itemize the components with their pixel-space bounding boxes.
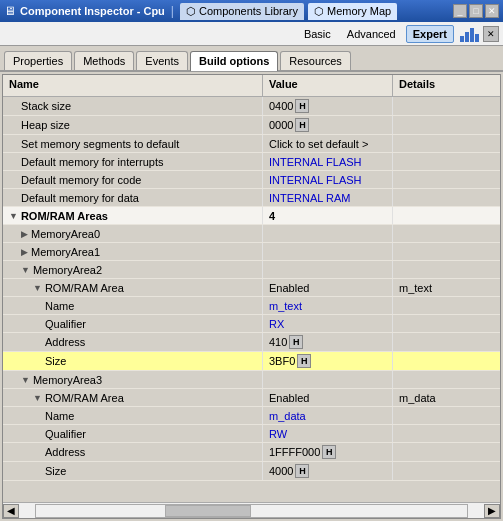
section-memory-area0[interactable]: ▶ MemoryArea0 xyxy=(3,225,500,243)
app-icon: 🖥 xyxy=(4,4,16,18)
value-cell: 0000 H xyxy=(263,116,393,134)
name-cell[interactable]: ▶ MemoryArea1 xyxy=(3,243,263,260)
tab-resources[interactable]: Resources xyxy=(280,51,351,70)
collapse-icon: ▶ xyxy=(21,229,28,239)
tab-build-options[interactable]: Build options xyxy=(190,51,278,71)
window-title: Component Inspector - Cpu xyxy=(20,5,165,17)
name-cell[interactable]: ▼ ROM/RAM Area xyxy=(3,389,263,406)
value-cell: 410 H xyxy=(263,333,393,351)
details-cell xyxy=(393,153,500,170)
details-cell xyxy=(393,407,500,424)
h-button[interactable]: H xyxy=(295,99,309,113)
value-cell: m_data xyxy=(263,407,393,424)
name-cell: Size xyxy=(3,462,263,480)
section-rom-ram-areas[interactable]: ▼ ROM/RAM Areas 4 xyxy=(3,207,500,225)
table-row: Qualifier RW xyxy=(3,425,500,443)
value-cell[interactable]: Click to set default > xyxy=(263,135,393,152)
toolbar: Basic Advanced Expert ✕ xyxy=(0,22,503,46)
table-row: Name m_text xyxy=(3,297,500,315)
tab-properties[interactable]: Properties xyxy=(4,51,72,70)
table-row: Size 4000 H xyxy=(3,462,500,481)
content-area: Name Value Details Stack size 0400 H Hea… xyxy=(2,74,501,519)
advanced-button[interactable]: Advanced xyxy=(341,26,402,42)
h-button[interactable]: H xyxy=(295,464,309,478)
value-cell: INTERNAL RAM xyxy=(263,189,393,206)
expert-button[interactable]: Expert xyxy=(406,25,454,43)
name-cell[interactable]: ▼ MemoryArea2 xyxy=(3,261,263,278)
value-cell: 0400 H xyxy=(263,97,393,115)
tab-methods[interactable]: Methods xyxy=(74,51,134,70)
value-cell: INTERNAL FLASH xyxy=(263,171,393,188)
table-row: Default memory for code INTERNAL FLASH xyxy=(3,171,500,189)
value-cell: RX xyxy=(263,315,393,332)
details-cell xyxy=(393,443,500,461)
collapse-icon: ▼ xyxy=(33,393,42,403)
maximize-button[interactable]: □ xyxy=(469,4,483,18)
horizontal-scrollbar[interactable]: ◀ ▶ xyxy=(3,502,500,518)
section-memory-area1[interactable]: ▶ MemoryArea1 xyxy=(3,243,500,261)
value-cell xyxy=(263,225,393,242)
components-library-tab[interactable]: ⬡ Components Library xyxy=(180,3,304,20)
collapse-icon: ▼ xyxy=(9,211,18,221)
value-cell: m_text xyxy=(263,297,393,314)
name-cell: Qualifier xyxy=(3,425,263,442)
name-cell: Size xyxy=(3,352,263,370)
value-cell: RW xyxy=(263,425,393,442)
scroll-right-button[interactable]: ▶ xyxy=(484,504,500,518)
components-library-label: Components Library xyxy=(199,5,298,17)
table-header: Name Value Details xyxy=(3,75,500,97)
toolbar-close-button[interactable]: ✕ xyxy=(483,26,499,42)
name-cell[interactable]: ▼ ROM/RAM Area xyxy=(3,279,263,296)
minimize-button[interactable]: _ xyxy=(453,4,467,18)
name-cell: Address xyxy=(3,443,263,461)
name-cell: Stack size xyxy=(3,97,263,115)
section-rom-ram-area-2[interactable]: ▼ ROM/RAM Area Enabled m_text xyxy=(3,279,500,297)
scroll-track[interactable] xyxy=(35,504,468,518)
name-cell: Address xyxy=(3,333,263,351)
details-cell xyxy=(393,352,500,370)
h-button[interactable]: H xyxy=(289,335,303,349)
details-cell xyxy=(393,315,500,332)
section-memory-area2[interactable]: ▼ MemoryArea2 xyxy=(3,261,500,279)
details-cell xyxy=(393,297,500,314)
collapse-icon: ▼ xyxy=(33,283,42,293)
chart-icon[interactable] xyxy=(460,26,479,42)
header-value: Value xyxy=(263,75,393,96)
value-cell: Enabled xyxy=(263,389,393,406)
name-cell[interactable]: ▶ MemoryArea0 xyxy=(3,225,263,242)
name-cell: Name xyxy=(3,297,263,314)
table-row: Address 1FFFF000 H xyxy=(3,443,500,462)
scroll-thumb[interactable] xyxy=(165,505,251,517)
scroll-left-button[interactable]: ◀ xyxy=(3,504,19,518)
h-button[interactable]: H xyxy=(295,118,309,132)
details-cell xyxy=(393,189,500,206)
details-cell xyxy=(393,462,500,480)
collapse-icon: ▶ xyxy=(21,247,28,257)
tab-events[interactable]: Events xyxy=(136,51,188,70)
h-button[interactable]: H xyxy=(297,354,311,368)
section-memory-area3[interactable]: ▼ MemoryArea3 xyxy=(3,371,500,389)
basic-button[interactable]: Basic xyxy=(298,26,337,42)
tab-row: Properties Methods Events Build options … xyxy=(0,46,503,72)
value-cell: 4000 H xyxy=(263,462,393,480)
details-cell xyxy=(393,425,500,442)
memory-map-tab[interactable]: ⬡ Memory Map xyxy=(308,3,397,20)
section-rom-ram-area-3[interactable]: ▼ ROM/RAM Area Enabled m_data xyxy=(3,389,500,407)
table-body[interactable]: Stack size 0400 H Heap size 0000 H Set m… xyxy=(3,97,500,502)
details-cell xyxy=(393,243,500,260)
name-cell: Set memory segments to default xyxy=(3,135,263,152)
h-button[interactable]: H xyxy=(322,445,336,459)
name-cell: Heap size xyxy=(3,116,263,134)
memory-map-label: Memory Map xyxy=(327,5,391,17)
collapse-icon: ▼ xyxy=(21,375,30,385)
close-button[interactable]: ✕ xyxy=(485,4,499,18)
name-cell: Name xyxy=(3,407,263,424)
value-cell: 1FFFF000 H xyxy=(263,443,393,461)
details-cell xyxy=(393,171,500,188)
details-cell xyxy=(393,225,500,242)
name-cell[interactable]: ▼ MemoryArea3 xyxy=(3,371,263,388)
set-default-link[interactable]: Click to set default > xyxy=(269,138,368,150)
value-cell: 4 xyxy=(263,207,393,224)
table-row-highlighted: Size 3BF0 H xyxy=(3,352,500,371)
name-cell[interactable]: ▼ ROM/RAM Areas xyxy=(3,207,263,224)
